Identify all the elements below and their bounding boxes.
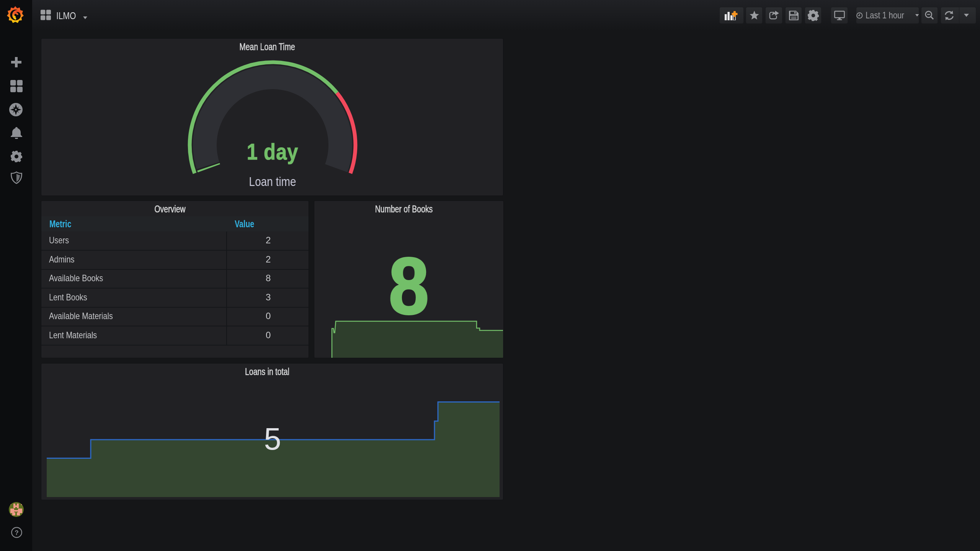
svg-text:?: ?	[15, 529, 18, 536]
